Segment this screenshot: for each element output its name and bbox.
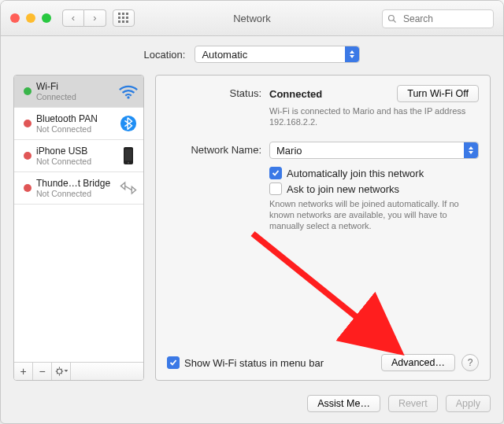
turn-wifi-off-button[interactable]: Turn Wi-Fi Off xyxy=(397,85,479,102)
svg-line-10 xyxy=(394,20,396,23)
status-dot xyxy=(24,87,32,95)
bluetooth-icon xyxy=(118,113,139,134)
checkbox-icon xyxy=(269,167,282,179)
svg-rect-0 xyxy=(118,13,120,15)
status-label: Status: xyxy=(167,85,269,127)
service-texts: iPhone USB Not Connected xyxy=(36,146,115,166)
svg-line-24 xyxy=(61,369,61,370)
network-name-row: Network Name: Mario xyxy=(167,142,479,159)
location-select[interactable]: Automatic xyxy=(195,46,360,63)
network-name-value: Mario xyxy=(276,145,302,157)
detail-pane: Status: Connected Turn Wi-Fi Off Wi-Fi i… xyxy=(155,75,491,381)
body: Wi-Fi Connected Bluetooth PAN Not Connec… xyxy=(13,75,491,381)
search-icon xyxy=(387,14,397,24)
network-prefs-window: ‹ › Network Location: Automatic Wi xyxy=(0,0,504,424)
minimize-window-button[interactable] xyxy=(26,13,35,23)
svg-rect-14 xyxy=(125,149,132,161)
menubar-status-checkbox[interactable]: Show Wi-Fi status in menu bar xyxy=(167,356,324,369)
remove-service-button[interactable]: − xyxy=(33,363,52,380)
service-texts: Thunde…t Bridge Not Connected xyxy=(36,178,115,198)
search-input[interactable] xyxy=(402,13,493,25)
auto-join-label: Automatically join this network xyxy=(287,168,424,179)
status-value: Connected xyxy=(269,88,322,100)
network-name-label: Network Name: xyxy=(167,142,269,159)
location-value: Automatic xyxy=(202,49,247,61)
status-dot xyxy=(24,152,32,160)
auto-join-row: Automatically join this network Ask to j… xyxy=(167,164,479,231)
svg-rect-2 xyxy=(126,13,128,15)
detail-footer: Show Wi-Fi status in menu bar Advanced… … xyxy=(167,353,479,372)
ask-join-checkbox[interactable]: Ask to join new networks xyxy=(269,183,479,195)
iphone-icon xyxy=(118,146,139,166)
svg-rect-6 xyxy=(118,20,120,23)
help-button[interactable]: ? xyxy=(461,354,479,371)
service-actions-button[interactable] xyxy=(52,363,71,380)
location-label: Location: xyxy=(144,49,186,61)
service-texts: Bluetooth PAN Not Connected xyxy=(36,113,115,134)
service-name: Wi-Fi xyxy=(36,81,115,92)
service-item-bluetooth[interactable]: Bluetooth PAN Not Connected xyxy=(14,108,143,140)
service-status: Not Connected xyxy=(36,189,115,198)
add-service-button[interactable]: + xyxy=(14,363,33,380)
ask-join-description: Known networks will be joined automatica… xyxy=(269,198,466,231)
service-texts: Wi-Fi Connected xyxy=(36,81,115,101)
checkbox-icon xyxy=(167,356,180,369)
svg-line-22 xyxy=(61,373,61,374)
window-controls xyxy=(10,13,51,23)
service-name: Bluetooth PAN xyxy=(36,113,115,124)
titlebar: ‹ › Network xyxy=(1,1,503,36)
ask-join-label: Ask to join new networks xyxy=(287,183,399,195)
show-all-button[interactable] xyxy=(113,9,135,27)
service-name: iPhone USB xyxy=(36,146,115,157)
status-dot xyxy=(24,120,32,127)
service-list-toolbar: + − xyxy=(14,362,143,380)
revert-button[interactable]: Revert xyxy=(388,395,438,412)
svg-point-11 xyxy=(127,96,129,98)
chevron-updown-icon xyxy=(345,46,359,62)
svg-line-23 xyxy=(57,373,57,374)
network-name-select[interactable]: Mario xyxy=(269,142,479,159)
service-item-thunderbolt-bridge[interactable]: Thunde…t Bridge Not Connected xyxy=(14,172,143,205)
service-item-iphone-usb[interactable]: iPhone USB Not Connected xyxy=(14,140,143,172)
window-footer: Assist Me… Revert Apply xyxy=(307,395,491,412)
svg-rect-3 xyxy=(118,17,120,19)
svg-point-15 xyxy=(128,162,129,164)
svg-rect-4 xyxy=(122,17,124,19)
apply-button[interactable]: Apply xyxy=(446,395,491,412)
auto-join-checkbox[interactable]: Automatically join this network xyxy=(269,167,479,179)
service-status: Not Connected xyxy=(36,157,115,166)
back-button[interactable]: ‹ xyxy=(62,9,84,27)
svg-point-9 xyxy=(389,16,395,21)
advanced-button[interactable]: Advanced… xyxy=(381,354,455,371)
svg-rect-1 xyxy=(122,13,124,15)
search-field[interactable] xyxy=(382,9,494,28)
menubar-status-label: Show Wi-Fi status in menu bar xyxy=(184,357,324,369)
service-status: Not Connected xyxy=(36,124,115,134)
assist-me-button[interactable]: Assist Me… xyxy=(307,395,380,412)
service-status: Connected xyxy=(36,92,115,101)
svg-rect-7 xyxy=(122,20,124,23)
status-row: Status: Connected Turn Wi-Fi Off Wi-Fi i… xyxy=(167,85,479,127)
status-description: Wi-Fi is connected to Mario and has the … xyxy=(269,105,466,127)
svg-rect-8 xyxy=(126,20,128,23)
service-item-wifi[interactable]: Wi-Fi Connected xyxy=(14,76,143,108)
status-dot xyxy=(24,184,32,192)
service-name: Thunde…t Bridge xyxy=(36,178,115,189)
svg-rect-5 xyxy=(126,17,128,19)
wifi-icon xyxy=(118,81,139,101)
thunderbolt-bridge-icon xyxy=(118,178,139,198)
zoom-window-button[interactable] xyxy=(42,13,51,23)
svg-line-21 xyxy=(57,369,57,370)
grid-icon xyxy=(118,13,129,24)
close-window-button[interactable] xyxy=(10,13,20,23)
nav-buttons: ‹ › xyxy=(62,9,106,27)
location-row: Location: Automatic xyxy=(1,36,503,72)
checkbox-icon xyxy=(269,183,282,195)
service-list: Wi-Fi Connected Bluetooth PAN Not Connec… xyxy=(13,75,144,381)
gear-icon xyxy=(55,367,68,376)
forward-button[interactable]: › xyxy=(84,9,106,27)
chevron-updown-icon xyxy=(464,142,478,158)
